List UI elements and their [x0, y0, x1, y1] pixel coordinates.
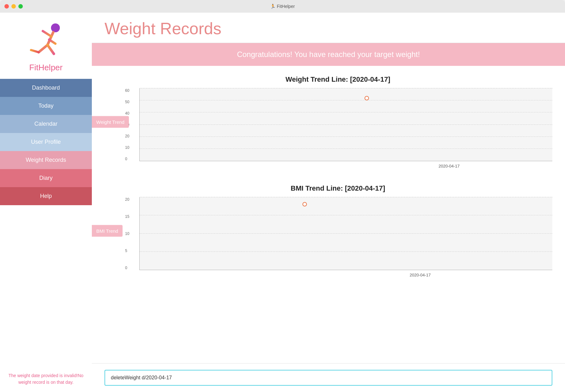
- grid-line-60: [140, 88, 552, 88]
- weight-chart-wrapper: [139, 88, 552, 161]
- weight-trend-label: Weight Trend: [92, 116, 129, 128]
- sidebar-item-weight[interactable]: Weight Records: [0, 151, 92, 169]
- main-content: Weight Records Congratulations! You have…: [92, 13, 565, 392]
- sidebar-item-today[interactable]: Today: [0, 97, 92, 115]
- congratulations-text: Congratulations! You have reached your t…: [237, 50, 420, 59]
- app-logo: [25, 22, 67, 60]
- y-label-20: 20: [125, 134, 129, 138]
- y-label-50: 50: [125, 100, 129, 104]
- y-label-0: 0: [125, 157, 129, 161]
- bmi-data-point: [302, 202, 307, 206]
- window-buttons: [4, 4, 23, 9]
- sidebar-item-calendar[interactable]: Calendar: [0, 115, 92, 133]
- y-label-10: 10: [125, 145, 129, 150]
- svg-line-2: [43, 31, 51, 36]
- bmi-grid-line-15: [140, 215, 552, 215]
- app-container: FitHelper Dashboard Today Calendar User …: [0, 13, 565, 392]
- grid-line-40: [140, 112, 552, 112]
- weight-x-axis: 2020-04-17: [139, 164, 552, 168]
- sidebar: FitHelper Dashboard Today Calendar User …: [0, 13, 92, 392]
- bmi-y-label-10: 10: [125, 231, 129, 236]
- charts-area: Weight Trend Weight Trend Line: [2020-04…: [92, 66, 565, 363]
- command-area: [92, 363, 565, 392]
- bmi-chart-container: BMI Trend Line: [2020-04-17] 0 5 10 15 2…: [105, 181, 565, 281]
- y-label-40: 40: [125, 111, 129, 116]
- command-input[interactable]: [105, 370, 552, 386]
- grid-line-50: [140, 100, 552, 100]
- bmi-grid-line-5: [140, 251, 552, 252]
- svg-point-0: [51, 23, 60, 32]
- page-title: Weight Records: [105, 19, 552, 38]
- weight-data-point: [365, 96, 369, 100]
- nav-menu: Dashboard Today Calendar User Profile We…: [0, 79, 92, 205]
- page-header: Weight Records: [92, 13, 565, 43]
- svg-line-4: [39, 45, 48, 52]
- bmi-y-label-0: 0: [125, 266, 129, 270]
- sidebar-item-dashboard[interactable]: Dashboard: [0, 79, 92, 97]
- logo-area: FitHelper: [0, 13, 92, 79]
- sidebar-item-profile[interactable]: User Profile: [0, 133, 92, 151]
- window-chrome: 🏃 FitHelper: [0, 0, 565, 13]
- bmi-trend-label: BMI Trend: [92, 225, 123, 237]
- close-button[interactable]: [4, 4, 9, 9]
- sidebar-item-diary[interactable]: Diary: [0, 169, 92, 187]
- bmi-y-label-15: 15: [125, 214, 129, 219]
- sidebar-error-message: The weight date provided is invalid!No w…: [0, 366, 92, 392]
- bmi-x-axis: 2020-04-17: [139, 273, 552, 277]
- congratulations-banner: Congratulations! You have reached your t…: [92, 43, 565, 66]
- app-name: FitHelper: [29, 63, 62, 73]
- bmi-chart-wrapper: [139, 197, 552, 270]
- sidebar-item-help[interactable]: Help: [0, 187, 92, 205]
- bmi-trend-section: BMI Trend BMI Trend Line: [2020-04-17] 0…: [92, 181, 565, 281]
- window-title: 🏃 FitHelper: [270, 4, 295, 9]
- y-label-60: 60: [125, 88, 129, 93]
- grid-line-30: [140, 124, 552, 125]
- weight-chart-container: Weight Trend Line: [2020-04-17] 0 10 20 …: [105, 72, 565, 172]
- svg-line-6: [31, 50, 39, 52]
- weight-trend-section: Weight Trend Weight Trend Line: [2020-04…: [92, 72, 565, 172]
- grid-line-10: [140, 149, 552, 149]
- maximize-button[interactable]: [18, 4, 23, 9]
- bmi-grid-line-10: [140, 233, 552, 234]
- bmi-y-label-5: 5: [125, 249, 129, 253]
- bmi-grid-line-20: [140, 197, 552, 197]
- minimize-button[interactable]: [11, 4, 16, 9]
- bmi-y-label-20: 20: [125, 197, 129, 202]
- grid-line-20: [140, 136, 552, 137]
- weight-chart-title: Weight Trend Line: [2020-04-17]: [124, 75, 552, 84]
- bmi-x-label: 2020-04-17: [409, 273, 431, 277]
- svg-line-5: [48, 45, 54, 54]
- weight-x-label: 2020-04-17: [439, 164, 460, 168]
- bmi-chart-title: BMI Trend Line: [2020-04-17]: [124, 184, 552, 193]
